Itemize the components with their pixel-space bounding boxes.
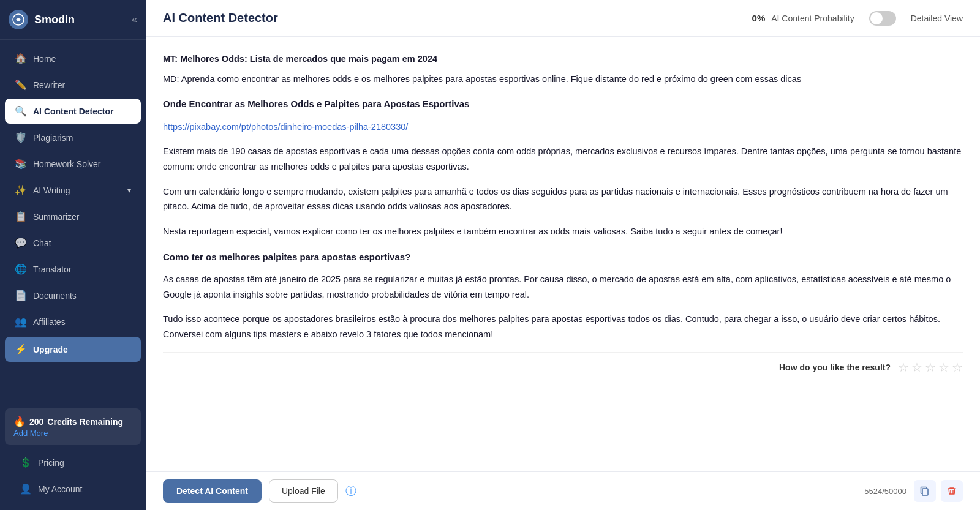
app-name: Smodin [34,13,75,26]
nav-icon-ai-content-detector: 🔍 [15,105,26,117]
svg-rect-1 [922,489,928,495]
nav-icon-my-account: 👤 [20,483,31,495]
heading2: Como ter os melhores palpites para apost… [163,249,963,265]
nav-icon-home: 🏠 [15,53,26,64]
app-logo: Smodin [9,10,75,29]
sidebar-item-chat[interactable]: 💬 Chat [5,230,141,255]
probability-label: AI Content Probability [771,13,854,23]
bottom-bar: Detect AI Content Upload File ⓘ 5524/500… [146,471,980,510]
paragraph4: As casas de apostas têm até janeiro de 2… [163,272,963,302]
nav-label-ai-content-detector: AI Content Detector [33,107,113,116]
md-line: MD: Aprenda como encontrar as melhores o… [163,72,963,87]
nav-icon-rewriter: ✏️ [15,79,26,91]
nav-icon-translator: 🌐 [15,263,26,275]
sidebar-item-documents[interactable]: 📄 Documents [5,283,141,308]
page-title: AI Content Detector [163,11,278,25]
chevron-icon: ▾ [127,186,131,195]
sidebar-item-affiliates[interactable]: 👥 Affiliates [5,309,141,334]
nav-label-affiliates: Affiliates [33,317,66,327]
copy-button[interactable] [914,480,936,502]
probability-percent: 0% [752,13,766,23]
nav-icon-homework-solver: 📚 [15,158,26,170]
nav-icon-pricing: 💲 [20,457,31,468]
star-rating: ☆ ☆ ☆ ☆ ☆ [898,360,963,375]
nav-label-summarizer: Summarizer [33,212,79,222]
mt-line: MT: Melhores Odds: Lista de mercados que… [163,51,963,67]
star-4[interactable]: ☆ [938,360,949,375]
nav-label-home: Home [33,54,56,64]
credits-label: Credits Remaining [47,417,123,427]
star-2[interactable]: ☆ [911,360,922,375]
sidebar-item-home[interactable]: 🏠 Home [5,46,141,71]
sidebar-item-pricing[interactable]: 💲 Pricing [10,450,136,475]
nav-icon-documents: 📄 [15,290,26,301]
upgrade-icon: ⚡ [15,343,26,355]
content-text: MT: Melhores Odds: Lista de mercados que… [163,51,963,342]
nav-label-translator: Translator [33,264,72,274]
sidebar-header: Smodin « [0,0,146,40]
sidebar-item-plagiarism[interactable]: 🛡️ Plagiarism [5,125,141,150]
character-count: 5524/50000 [864,487,907,496]
nav-icon-chat: 💬 [15,237,26,249]
topbar: AI Content Detector 0% AI Content Probab… [146,0,980,37]
upgrade-button[interactable]: ⚡ Upgrade [5,337,141,362]
info-icon[interactable]: ⓘ [345,484,356,498]
credits-top: 🔥 200 Credits Remaining [13,416,132,427]
action-icons [914,480,963,502]
detailed-view-label: Detailed View [911,13,963,23]
sidebar-item-ai-writing[interactable]: ✨ AI Writing ▾ [5,178,141,203]
sidebar-nav: 🏠 Home ✏️ Rewriter 🔍 AI Content Detector… [0,40,146,401]
main-area: AI Content Detector 0% AI Content Probab… [146,0,980,510]
sidebar: Smodin « 🏠 Home ✏️ Rewriter 🔍 AI Content… [0,0,146,510]
sidebar-bottom: 🔥 200 Credits Remaining Add More 💲 Prici… [0,401,146,510]
nav-label-ai-writing: AI Writing [33,186,70,195]
paragraph3: Nesta reportagem especial, vamos explica… [163,224,963,239]
nav-icon-plagiarism: 🛡️ [15,132,26,143]
rating-label: How do you like the result? [779,362,891,372]
logo-icon [9,10,28,29]
delete-button[interactable] [941,480,963,502]
paragraph1: Existem mais de 190 casas de apostas esp… [163,144,963,174]
nav-icon-summarizer: 📋 [15,211,26,222]
sidebar-item-rewriter[interactable]: ✏️ Rewriter [5,72,141,97]
topbar-right: 0% AI Content Probability Detailed View [752,11,963,26]
credits-box: 🔥 200 Credits Remaining Add More [5,408,141,445]
upgrade-label: Upgrade [33,345,68,354]
credits-amount: 200 [29,417,43,427]
credits-add-more[interactable]: Add More [13,429,132,438]
rating-section: How do you like the result? ☆ ☆ ☆ ☆ ☆ [163,352,963,375]
credits-fire-icon: 🔥 [13,416,26,427]
star-1[interactable]: ☆ [898,360,909,375]
nav-label-plagiarism: Plagiarism [33,133,73,143]
nav-label-my-account: My Account [38,484,82,494]
star-3[interactable]: ☆ [925,360,936,375]
paragraph2: Com um calendário longo e sempre mudando… [163,184,963,214]
sidebar-item-my-account[interactable]: 👤 My Account [10,476,136,501]
sidebar-item-ai-content-detector[interactable]: 🔍 AI Content Detector [5,99,141,124]
detect-ai-content-button[interactable]: Detect AI Content [163,479,262,503]
nav-icon-affiliates: 👥 [15,316,26,328]
nav-label-rewriter: Rewriter [33,80,65,90]
nav-label-chat: Chat [33,238,51,248]
nav-label-pricing: Pricing [38,458,64,468]
star-5[interactable]: ☆ [952,360,963,375]
image-url: https://pixabay.com/pt/photos/dinheiro-m… [163,119,963,135]
sidebar-item-translator[interactable]: 🌐 Translator [5,257,141,282]
paragraph5: Tudo isso acontece porque os apostadores… [163,312,963,342]
nav-icon-ai-writing: ✨ [15,184,26,196]
sidebar-collapse-button[interactable]: « [132,14,137,25]
content-area: MT: Melhores Odds: Lista de mercados que… [146,37,980,471]
detailed-view-toggle[interactable] [869,11,896,26]
nav-label-documents: Documents [33,291,77,301]
sidebar-item-homework-solver[interactable]: 📚 Homework Solver [5,151,141,176]
toggle-knob [870,12,883,24]
ai-probability-section: 0% AI Content Probability [752,13,854,23]
nav-label-homework-solver: Homework Solver [33,159,100,169]
heading1: Onde Encontrar as Melhores Odds e Palpit… [163,96,963,112]
sidebar-item-summarizer[interactable]: 📋 Summarizer [5,204,141,229]
upload-file-button[interactable]: Upload File [269,479,338,503]
